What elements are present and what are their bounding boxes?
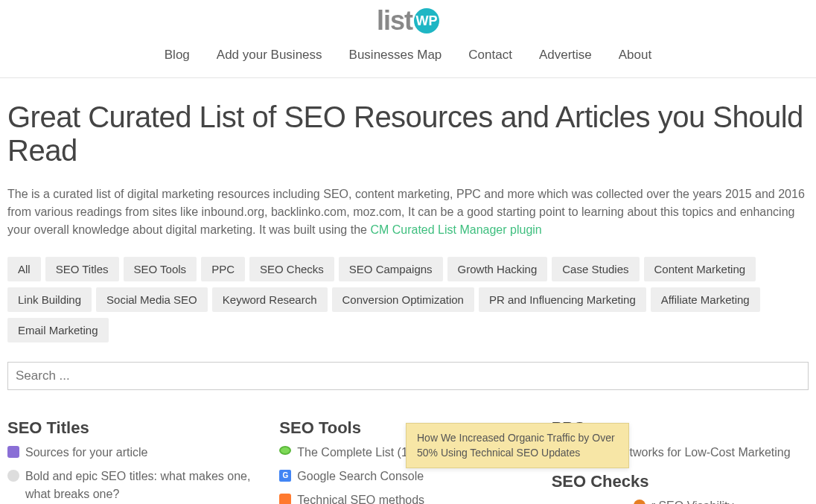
filter-tag[interactable]: SEO Titles [45, 257, 119, 281]
nav-link[interactable]: Blog [165, 48, 190, 63]
logo-bubble-icon: WP [414, 8, 439, 34]
resource-item-text: Bold and epic SEO titles: what makes one… [25, 468, 264, 503]
nav-link[interactable]: Add your Business [217, 48, 322, 63]
filter-tag[interactable]: PPC [201, 257, 245, 281]
filter-tag[interactable]: Keyword Research [212, 287, 328, 312]
filter-tag[interactable]: SEO Checks [249, 257, 334, 281]
filter-tag[interactable]: SEO Tools [124, 257, 197, 281]
globe-icon [7, 470, 19, 482]
g-icon: G [279, 470, 291, 482]
column: SEO TitlesSources for your articleBold a… [7, 408, 264, 504]
warn-icon [634, 500, 646, 504]
search-input[interactable] [7, 362, 809, 390]
hub-icon [279, 494, 291, 504]
resource-item-text: Technical SEO methods [297, 491, 424, 504]
filter-tag[interactable]: Social Media SEO [96, 287, 208, 312]
resource-item-text: Google Search Console [297, 468, 424, 485]
category-title: SEO Checks [552, 472, 809, 491]
filter-tag[interactable]: Growth Hacking [447, 257, 548, 281]
nav-link[interactable]: About [619, 48, 651, 63]
intro-paragraph: The is a curated list of digital marketi… [7, 185, 809, 239]
category-filters: AllSEO TitlesSEO ToolsPPCSEO ChecksSEO C… [7, 257, 809, 348]
site-header: list WP [0, 0, 816, 34]
filter-tag[interactable]: Content Marketing [644, 257, 756, 281]
resource-item-text: r SEO Visability [651, 497, 734, 504]
resource-item[interactable]: Sources for your article [7, 444, 264, 462]
filter-tag[interactable]: Affiliate Marketing [651, 287, 760, 312]
filter-tag[interactable]: PR and Influencing Marketing [479, 287, 646, 312]
category-title: SEO Titles [7, 418, 264, 438]
resource-item[interactable]: GGoogle Search Console [279, 468, 536, 485]
resource-item-text: Sources for your article [25, 444, 148, 462]
nav-link[interactable]: Businesses Map [349, 48, 442, 63]
leaf-icon [279, 446, 291, 455]
resource-item[interactable]: Bold and epic SEO titles: what makes one… [7, 468, 264, 503]
nav-link[interactable]: Contact [468, 48, 512, 63]
filter-tag[interactable]: All [7, 257, 41, 281]
filter-tag[interactable]: SEO Campaigns [339, 257, 443, 281]
resource-item[interactable]: Technical SEO methods [279, 491, 536, 504]
filter-tag[interactable]: Email Marketing [7, 318, 109, 342]
filter-tag[interactable]: Conversion Optimization [332, 287, 474, 312]
site-logo[interactable]: list WP [377, 7, 439, 34]
filter-tag[interactable]: Case Studies [552, 257, 639, 281]
filter-tag[interactable]: Link Building [7, 287, 92, 312]
logo-text: list [377, 7, 412, 34]
resource-item[interactable]: r SEO Visability [552, 497, 809, 504]
page-title: Great Curated List of SEO Resources and … [7, 101, 809, 168]
intro-link[interactable]: CM Curated List Manager plugin [370, 223, 541, 236]
item-tooltip: How We Increased Organic Traffic by Over… [406, 423, 629, 468]
main-nav: BlogAdd your BusinessBusinesses MapConta… [0, 34, 816, 78]
nav-link[interactable]: Advertise [539, 48, 592, 63]
crown-icon [7, 446, 19, 458]
